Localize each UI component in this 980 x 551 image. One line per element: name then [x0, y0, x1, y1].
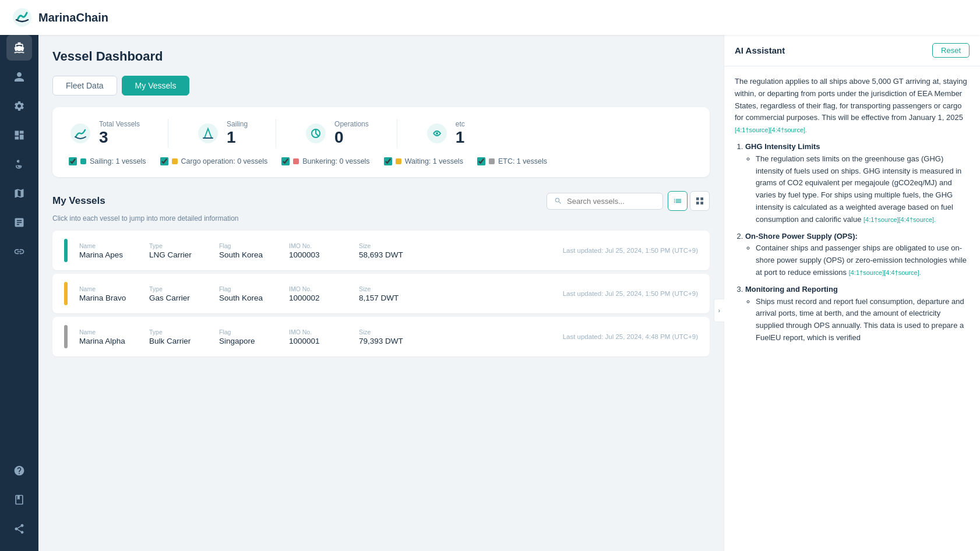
vessel-imo-label: IMO No.	[289, 329, 347, 335]
grid-view-btn[interactable]	[690, 191, 710, 211]
vessel-type-field: Type LNG Carrier	[149, 242, 207, 259]
ai-header: AI Assistant Reset	[724, 35, 980, 66]
vessel-name-label: Name	[79, 329, 138, 335]
total-vessels-value: 3	[99, 128, 140, 147]
vessel-updated: Last updated: Jul 25, 2024, 1:50 PM (UTC…	[563, 290, 698, 297]
vessel-name-field: Name Marina Bravo	[79, 285, 138, 302]
vessel-imo-value: 1000002	[289, 294, 347, 302]
sidebar-item-chain[interactable]	[6, 239, 32, 264]
stat-operations: Operations 0	[304, 120, 369, 147]
vessel-size-value: 58,693 DWT	[359, 250, 417, 259]
ai-item-2-heading: On-Shore Power Supply (OPS):	[745, 232, 858, 241]
stats-row: Total Vessels 3 Sailing 1	[69, 119, 693, 148]
vessel-flag-label: Flag	[219, 285, 277, 292]
tab-my-vessels[interactable]: My Vessels	[122, 76, 190, 96]
search-area	[547, 191, 710, 211]
list-item: Container ships and passenger ships are …	[756, 242, 970, 278]
filter-cargo-checkbox[interactable]	[160, 157, 168, 165]
vessel-type-value: LNG Carrier	[149, 250, 207, 259]
vessel-size-label: Size	[359, 329, 417, 335]
stat-divider-3	[397, 119, 397, 148]
ai-item-2-bullets: Container ships and passenger ships are …	[745, 242, 970, 278]
vessel-name-value: Marina Alpha	[79, 337, 138, 345]
ai-panel-title: AI Assistant	[735, 45, 785, 55]
ai-item-3-heading: Monitoring and Reporting	[745, 285, 838, 294]
table-row[interactable]: Name Marina Bravo Type Gas Carrier Flag …	[52, 274, 710, 313]
sailing-icon	[196, 122, 220, 145]
page-title: Vessel Dashboard	[52, 49, 710, 64]
ai-panel: AI Assistant Reset The regulation applie…	[724, 35, 980, 551]
filter-sailing-label: Sailing: 1 vessels	[90, 157, 146, 165]
vessel-type-label: Type	[149, 329, 207, 335]
table-row[interactable]: Name Marina Alpha Type Bulk Carrier Flag…	[52, 317, 710, 356]
vessel-imo-field: IMO No. 1000002	[289, 285, 347, 302]
filter-bunkering-checkbox[interactable]	[281, 157, 290, 165]
sidebar-item-vessel[interactable]	[6, 35, 32, 61]
filter-etc: ETC: 1 vessels	[477, 157, 547, 165]
vessel-imo-label: IMO No.	[289, 242, 347, 249]
vessel-fields: Name Marina Bravo Type Gas Carrier Flag …	[79, 285, 551, 302]
vessel-size-label: Size	[359, 285, 417, 292]
sidebar-item-analytics[interactable]	[6, 210, 32, 235]
ai-items-list: GHG Intensity Limits The regulation sets…	[735, 141, 970, 344]
etc-value: 1	[456, 128, 465, 147]
vessel-imo-value: 1000001	[289, 337, 347, 345]
vessels-title: My Vessels	[52, 195, 105, 207]
operations-value: 0	[334, 128, 369, 147]
filter-waiting-label: Waiting: 1 vessels	[405, 157, 463, 165]
vessel-updated: Last updated: Jul 25, 2024, 1:50 PM (UTC…	[563, 247, 698, 254]
vessel-flag-field: Flag South Korea	[219, 285, 277, 302]
search-input[interactable]	[567, 197, 654, 206]
sidebar-item-dashboard[interactable]	[6, 122, 32, 148]
list-item: On-Shore Power Supply (OPS): Container s…	[745, 231, 970, 279]
filter-waiting-dot	[396, 158, 401, 164]
vessel-type-field: Type Bulk Carrier	[149, 329, 207, 345]
filter-sailing-checkbox[interactable]	[69, 157, 77, 165]
vessel-flag-field: Flag Singapore	[219, 329, 277, 345]
vessel-type-value: Bulk Carrier	[149, 337, 207, 345]
sidebar-item-help[interactable]	[6, 458, 32, 483]
vessel-type-field: Type Gas Carrier	[149, 285, 207, 302]
vessel-name-field: Name Marina Apes	[79, 242, 138, 259]
sidebar-item-map[interactable]	[6, 181, 32, 206]
tab-fleet-data[interactable]: Fleet Data	[52, 76, 117, 96]
vessel-type-value: Gas Carrier	[149, 294, 207, 302]
vessel-imo-label: IMO No.	[289, 285, 347, 292]
ai-content: The regulation applies to all ships abov…	[724, 66, 980, 551]
filter-etc-dot	[489, 158, 495, 164]
expand-arrow[interactable]: ›	[714, 299, 724, 322]
tabs: Fleet Data My Vessels	[52, 76, 710, 96]
list-view-btn[interactable]	[668, 191, 688, 211]
vessel-type-label: Type	[149, 242, 207, 249]
filter-etc-checkbox[interactable]	[477, 157, 485, 165]
stat-total-vessels: Total Vessels 3	[69, 120, 140, 147]
filter-row: Sailing: 1 vessels Cargo operation: 0 ve…	[69, 157, 693, 165]
table-row[interactable]: Name Marina Apes Type LNG Carrier Flag S…	[52, 231, 710, 270]
vessel-list: Name Marina Apes Type LNG Carrier Flag S…	[52, 231, 710, 356]
filter-waiting-checkbox[interactable]	[384, 157, 392, 165]
sailing-value: 1	[227, 128, 248, 147]
sidebar-item-settings[interactable]	[6, 93, 32, 119]
ai-item-1-heading: GHG Intensity Limits	[745, 142, 820, 151]
sidebar-item-profile[interactable]	[6, 64, 32, 90]
vessel-name-label: Name	[79, 285, 138, 292]
logo-text: MarinaChain	[38, 11, 108, 24]
sidebar	[0, 0, 38, 551]
sidebar-item-share[interactable]	[6, 516, 32, 542]
filter-sailing: Sailing: 1 vessels	[69, 157, 146, 165]
vessel-fields: Name Marina Alpha Type Bulk Carrier Flag…	[79, 329, 551, 345]
filter-etc-label: ETC: 1 vessels	[498, 157, 547, 165]
sidebar-item-anchor[interactable]	[6, 151, 32, 177]
vessel-type-label: Type	[149, 285, 207, 292]
vessel-flag-label: Flag	[219, 242, 277, 249]
list-item: Ships must record and report fuel consum…	[756, 296, 970, 344]
sailing-label: Sailing	[227, 120, 248, 128]
vessel-imo-field: IMO No. 1000003	[289, 242, 347, 259]
vessel-fields: Name Marina Apes Type LNG Carrier Flag S…	[79, 242, 551, 259]
logo-area: MarinaChain	[12, 7, 108, 28]
etc-label: etc	[456, 120, 465, 128]
reset-button[interactable]: Reset	[932, 43, 970, 58]
operations-label: Operations	[334, 120, 369, 128]
sidebar-item-docs[interactable]	[6, 487, 32, 513]
filter-bunkering-dot	[293, 158, 299, 164]
